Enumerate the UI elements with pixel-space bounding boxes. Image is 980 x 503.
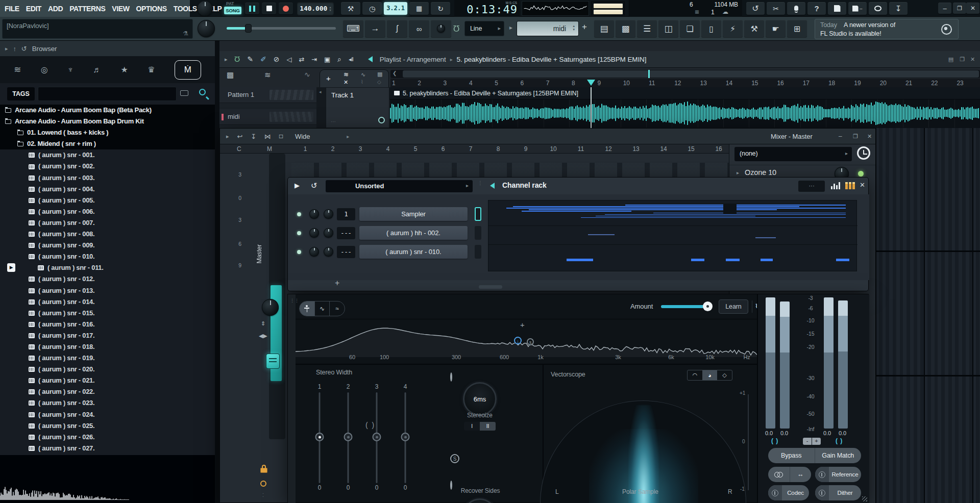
io-link-out-icon[interactable]: ( ) — [836, 437, 843, 444]
tab-close-icon[interactable]: ✕ — [344, 79, 348, 86]
snap-magnet-icon[interactable]: Ω — [234, 55, 240, 64]
list-item[interactable]: Arcane Audio - Aurum Boom Bap (Beta Pack… — [0, 105, 215, 116]
list-item[interactable]: ( aurum ) snr - 002. — [0, 161, 215, 172]
mixer-close-icon[interactable]: ✕ — [867, 133, 872, 140]
master-fader-handle[interactable] — [266, 354, 280, 369]
tab-audio-icon[interactable]: ≋ — [14, 64, 21, 75]
pan-arrows[interactable]: ◀▶ — [259, 333, 267, 339]
meter-zoom-out-button[interactable]: - — [803, 438, 812, 445]
browser-collapse-icon[interactable]: ▸ — [5, 45, 8, 52]
browser-back-icon[interactable]: ↺ — [21, 45, 27, 53]
channel-pan-knob[interactable] — [309, 228, 319, 238]
amount-slider[interactable] — [661, 305, 712, 308]
list-item[interactable]: ( aurum ) snr - 015. — [0, 308, 215, 319]
undo-button[interactable]: ↺ — [746, 2, 765, 15]
list-item[interactable]: ( aurum ) snr - 006. — [0, 206, 215, 217]
playlist-close-icon[interactable]: ✕ — [970, 56, 975, 63]
scroll-left-arrow[interactable]: ❮ — [393, 70, 397, 76]
rack-display[interactable]: ··· — [798, 181, 825, 192]
scope-lissajous-button[interactable]: ◇ — [717, 370, 732, 380]
channel-row[interactable]: --- ( aurum ) hh - 002. — [288, 225, 488, 241]
menu-view[interactable]: VIEW — [112, 5, 129, 13]
tab-add-button[interactable]: + — [326, 74, 331, 83]
list-item[interactable]: ( aurum ) snr - 008. — [0, 229, 215, 240]
tab-cymbals-icon[interactable]: ♆ — [67, 65, 74, 74]
channel-row[interactable]: --- ( aurum ) snr - 010. — [288, 244, 488, 260]
track-name[interactable]: Track 1 — [331, 91, 354, 99]
gain-match-button[interactable]: Gain Match — [815, 448, 862, 463]
channel-target-display[interactable]: 1 — [337, 208, 355, 220]
tempo-stepper[interactable]: ▲▼ — [329, 6, 331, 12]
loop-record-button[interactable]: ↻ — [431, 2, 450, 15]
pause-button[interactable] — [245, 3, 259, 14]
save-as-button[interactable]: ↔ — [848, 2, 867, 15]
list-item[interactable]: ( aurum ) snr - 004. — [0, 184, 215, 195]
record-button[interactable] — [279, 3, 293, 14]
list-item[interactable]: ( aurum ) snr - 017. — [0, 330, 215, 341]
rack-close-icon[interactable]: ✕ — [860, 181, 865, 189]
record-arm-icon[interactable] — [260, 481, 266, 487]
picker-automation-icon[interactable]: ∿ — [304, 70, 310, 79]
channel-target-display[interactable]: --- — [337, 227, 355, 239]
playlist-ruler[interactable]: 1234567891011121314151617181920212223 — [390, 79, 980, 87]
shuffle-knob[interactable] — [197, 1, 213, 16]
codec-button[interactable]: Codec — [782, 485, 809, 500]
reference-power-button[interactable] — [815, 467, 828, 482]
recover-sides-knob[interactable]: 0.0dB — [463, 498, 497, 503]
channel-led[interactable] — [297, 250, 301, 254]
step-view-icon[interactable] — [845, 182, 855, 189]
mode-wave-button[interactable]: ∿ — [314, 301, 330, 316]
bypass-button[interactable]: Bypass — [768, 448, 815, 463]
picker-item-pattern[interactable]: Pattern 1 — [219, 87, 316, 103]
record-audio-button[interactable] — [787, 2, 805, 15]
codec-power-button[interactable] — [768, 485, 781, 500]
channel-selector[interactable] — [475, 207, 481, 221]
mode-manual-button[interactable] — [300, 301, 314, 316]
plugin-slot-name[interactable]: Ozone 10 — [745, 168, 776, 177]
learn-button[interactable]: Learn — [719, 299, 748, 314]
scope-polar-sample-button[interactable]: ◠ — [688, 370, 702, 380]
scrollbar-thumb[interactable] — [403, 70, 979, 78]
list-item[interactable]: ( aurum ) snr - 013. — [0, 285, 215, 296]
tab-premium-icon[interactable]: ♛ — [148, 65, 155, 74]
volume-thumb[interactable] — [245, 24, 252, 33]
meter-zoom-in-button[interactable]: + — [812, 438, 821, 445]
mixer-track-number[interactable]: 1 — [291, 145, 319, 153]
song-mode-button[interactable]: SONG — [224, 7, 241, 14]
slide-tool-button[interactable]: ʃ — [387, 20, 407, 37]
band-slider-thumb[interactable] — [373, 433, 381, 441]
folder-icon[interactable] — [180, 90, 188, 96]
channel-led[interactable] — [297, 231, 301, 235]
browser-panel-button[interactable]: ❏ — [680, 20, 700, 37]
channel-pan-knob[interactable] — [309, 209, 319, 219]
list-item[interactable]: ( aurum ) snr - 024. — [0, 409, 215, 420]
insert-slot-selector[interactable]: (none) ▸ — [734, 147, 852, 161]
cut-button[interactable]: ✂ — [767, 2, 785, 15]
tab-audio-clip-icon[interactable]: ≋ — [344, 71, 349, 78]
menu-tools[interactable]: TOOLS — [174, 5, 197, 13]
save-button[interactable] — [828, 2, 846, 15]
band-slider-thumb[interactable] — [315, 433, 324, 441]
list-item[interactable]: ( aurum ) snr - 023. — [0, 397, 215, 409]
link-target-selector[interactable]: midi ▲▼ — [517, 21, 579, 36]
multilink-knob-button[interactable] — [431, 20, 451, 37]
mixer-swap-icon[interactable]: ⋈ — [264, 133, 271, 140]
piano-roll-panel-button[interactable]: ▩ — [616, 20, 635, 37]
snap-selector[interactable]: Line ▸ — [464, 21, 504, 36]
tab-favorites-icon[interactable]: ★ — [121, 65, 128, 74]
channel-selector[interactable] — [475, 226, 481, 240]
tab-curve-icon[interactable]: ⌇ — [361, 79, 363, 85]
playhead-marker[interactable] — [587, 80, 595, 86]
amount-thumb[interactable] — [703, 301, 713, 311]
zoom-fit-icon[interactable]: ▣ — [324, 56, 330, 63]
band-slider-thumb[interactable] — [401, 433, 410, 441]
plugin-slot-chevron[interactable]: ▸ — [737, 170, 739, 175]
position-display[interactable]: 3.2.1 — [384, 2, 407, 15]
menu-file[interactable]: FILE — [5, 5, 19, 13]
crossover-node-2[interactable]: s — [527, 338, 534, 345]
mixer-dock-icon[interactable]: □ — [279, 133, 283, 140]
mixer-track-number[interactable]: 8 — [484, 145, 512, 153]
link-bands-icon[interactable]: ( ) — [365, 421, 375, 429]
recover-power-button[interactable] — [450, 481, 452, 490]
zoom-tool-icon[interactable]: ⌕ — [337, 55, 341, 64]
